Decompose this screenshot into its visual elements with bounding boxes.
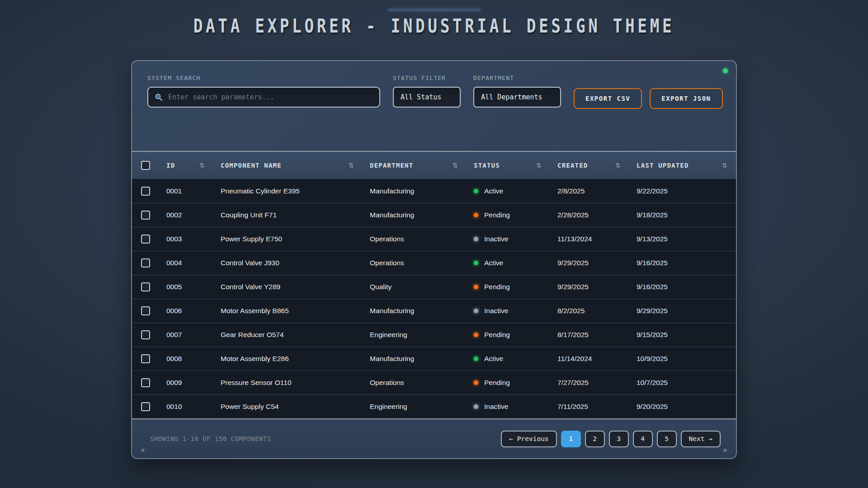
column-header[interactable]: LAST UPDATED ⇅ [629,152,736,179]
cell-updated: 10/9/2025 [629,347,736,371]
cell-department: Engineering [363,395,467,418]
page-button-5[interactable]: 5 [657,431,677,447]
cell-status: Active [467,251,550,275]
data-explorer-panel: SYSTEM SEARCH STATUS FILTER All Status D… [131,60,737,459]
row-checkbox[interactable] [141,282,150,291]
row-checkbox[interactable] [141,402,150,411]
table-row[interactable]: 0003 Power Supply E750 Operations Inacti… [132,227,736,251]
select-all-checkbox[interactable] [141,161,150,170]
status-text: Pending [484,379,510,387]
table-row[interactable]: 0007 Gear Reducer O574 Engineering Pendi… [132,323,736,347]
department-filter-select[interactable]: All Departments [473,87,561,108]
search-input[interactable] [168,93,373,101]
cell-status: Pending [467,323,550,347]
status-filter-select[interactable]: All Status [393,87,461,108]
cell-department: Manufacturing [363,347,467,371]
cell-status: Active [467,347,550,371]
cell-created: 9/29/2025 [550,251,629,275]
cell-created: 7/27/2025 [550,371,629,394]
row-checkbox[interactable] [141,306,150,315]
status-text: Active [484,355,503,363]
table-row[interactable]: 0010 Power Supply C54 Engineering Inacti… [132,394,736,418]
row-checkbox[interactable] [141,211,150,220]
page-button-1[interactable]: 1 [561,431,581,447]
cell-name: Pneumatic Cylinder E395 [213,179,363,203]
cell-updated: 9/16/2025 [629,275,736,299]
column-header[interactable]: ID ⇅ [159,152,213,179]
column-header[interactable]: CREATED ⇅ [550,152,629,179]
cell-id: 0010 [159,395,213,418]
sort-icon[interactable]: ⇅ [722,162,728,169]
row-checkbox[interactable] [141,378,150,387]
table-row[interactable]: 0009 Pressure Sensor O110 Operations Pen… [132,371,736,394]
column-header[interactable]: STATUS ⇅ [467,152,550,179]
row-checkbox[interactable] [141,235,150,244]
cell-updated: 9/15/2025 [629,323,736,347]
cell-status: Inactive [467,227,550,251]
cell-status: Pending [467,275,550,299]
cell-id: 0008 [159,347,213,371]
cell-status: Inactive [467,395,550,418]
cell-name: Power Supply E750 [213,227,363,251]
page-title: DATA EXPLORER - INDUSTRIAL DESIGN THEME [78,15,790,37]
cell-created: 2/8/2025 [550,179,629,203]
table-row[interactable]: 0008 Motor Assembly E286 Manufacturing A… [132,347,736,371]
status-text: Active [484,259,503,267]
cell-status: Active [467,179,550,203]
cell-created: 8/2/2025 [550,299,629,323]
cell-id: 0002 [159,203,213,227]
sort-icon[interactable]: ⇅ [536,162,542,169]
status-text: Pending [484,211,510,219]
page-buttons: 12345 [561,431,677,447]
cell-name: Control Valve Y289 [213,275,363,299]
cell-updated: 9/22/2025 [629,179,736,203]
table-row[interactable]: 0002 Coupling Unit F71 Manufacturing Pen… [132,203,736,227]
sort-icon[interactable]: ⇅ [453,162,458,169]
export-csv-button[interactable]: EXPORT CSV [574,88,642,109]
screw-decoration-left [141,448,145,452]
status-text: Pending [484,331,510,339]
cell-department: Manufacturing [363,299,467,323]
status-dot [474,237,478,241]
cell-updated: 9/20/2025 [629,395,736,418]
row-checkbox[interactable] [141,354,150,363]
row-checkbox[interactable] [141,187,150,196]
row-checkbox[interactable] [141,330,150,339]
status-text: Active [484,187,503,195]
cell-department: Manufacturing [363,179,467,203]
table-row[interactable]: 0005 Control Valve Y289 Quality Pending … [132,275,736,299]
sort-icon[interactable]: ⇅ [199,162,205,169]
page-button-3[interactable]: 3 [609,431,629,447]
status-text: Inactive [484,403,508,411]
cell-name: Gear Reducer O574 [213,323,363,347]
status-dot [474,261,478,265]
cell-name: Coupling Unit F71 [213,203,363,227]
next-page-button[interactable]: Next → [681,431,721,447]
results-count: SHOWING 1-10 OF 150 COMPONENTS [150,435,271,442]
status-dot [474,357,478,361]
cell-department: Manufacturing [363,203,467,227]
search-label: SYSTEM SEARCH [147,75,380,81]
table-body: 0001 Pneumatic Cylinder E395 Manufacturi… [132,179,736,418]
table-row[interactable]: 0001 Pneumatic Cylinder E395 Manufacturi… [132,179,736,203]
column-header[interactable]: DEPARTMENT ⇅ [363,152,467,179]
export-actions: EXPORT CSV EXPORT JSON [574,75,723,137]
column-header[interactable]: COMPONENT NAME ⇅ [213,152,363,179]
status-dot [474,309,478,313]
cell-name: Control Valve J930 [213,251,363,275]
page-button-4[interactable]: 4 [633,431,653,447]
screw-decoration-right [723,448,727,452]
row-checkbox[interactable] [141,258,150,267]
table-row[interactable]: 0006 Motor Assembly B865 Manufacturing I… [132,299,736,323]
sort-icon[interactable]: ⇅ [349,162,354,169]
page-button-2[interactable]: 2 [585,431,605,447]
search-icon [155,93,163,101]
export-json-button[interactable]: EXPORT JSON [650,88,722,109]
table-row[interactable]: 0004 Control Valve J930 Operations Activ… [132,251,736,275]
status-led-indicator [723,68,728,73]
sort-icon[interactable]: ⇅ [615,162,621,169]
previous-page-button[interactable]: ← Previous [501,431,557,447]
cell-department: Quality [363,275,467,299]
filter-toolbar: SYSTEM SEARCH STATUS FILTER All Status D… [132,61,736,151]
status-dot [474,285,478,289]
